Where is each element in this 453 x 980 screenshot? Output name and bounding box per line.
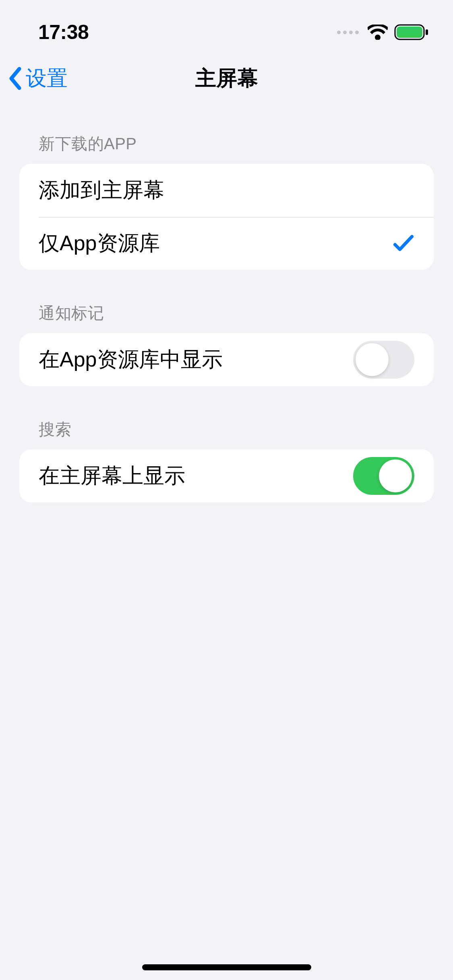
status-time: 17:38: [38, 21, 89, 44]
section-header: 通知标记: [19, 302, 434, 333]
group: 在主屏幕上显示: [19, 449, 434, 502]
content: 新下载的APP 添加到主屏幕 仅App资源库 通知标记 在App资源库中显示: [0, 105, 453, 502]
checkmark-icon: [393, 233, 414, 253]
section-new-apps: 新下载的APP 添加到主屏幕 仅App资源库: [19, 133, 434, 270]
wifi-icon: [368, 25, 388, 40]
section-notification-badges: 通知标记 在App资源库中显示: [19, 302, 434, 386]
row-add-to-home[interactable]: 添加到主屏幕: [19, 164, 434, 217]
switch-knob: [356, 343, 389, 376]
battery-icon: [394, 24, 429, 40]
group: 在App资源库中显示: [19, 333, 434, 386]
row-app-library-only[interactable]: 仅App资源库: [19, 217, 434, 270]
row-show-on-home[interactable]: 在主屏幕上显示: [19, 449, 434, 502]
svg-rect-1: [397, 27, 422, 38]
back-button[interactable]: 设置: [8, 64, 68, 93]
svg-rect-2: [426, 29, 428, 35]
row-show-in-app-library[interactable]: 在App资源库中显示: [19, 333, 434, 386]
row-label: 仅App资源库: [39, 229, 393, 257]
nav-bar: 设置 主屏幕: [0, 52, 453, 105]
signal-dots-icon: [337, 31, 359, 34]
page-title: 主屏幕: [0, 64, 453, 93]
switch-show-on-home[interactable]: [353, 457, 414, 495]
section-header: 搜索: [19, 418, 434, 449]
home-indicator: [142, 964, 311, 970]
section-search: 搜索 在主屏幕上显示: [19, 418, 434, 502]
row-label: 在App资源库中显示: [39, 346, 353, 374]
switch-show-in-app-library[interactable]: [353, 341, 414, 379]
section-header: 新下载的APP: [19, 133, 434, 164]
chevron-left-icon: [8, 66, 23, 91]
row-label: 添加到主屏幕: [39, 176, 414, 204]
status-right: [337, 24, 429, 40]
switch-knob: [379, 459, 412, 492]
back-label: 设置: [26, 64, 68, 93]
group: 添加到主屏幕 仅App资源库: [19, 164, 434, 270]
row-label: 在主屏幕上显示: [39, 462, 353, 490]
status-bar: 17:38: [0, 0, 453, 52]
